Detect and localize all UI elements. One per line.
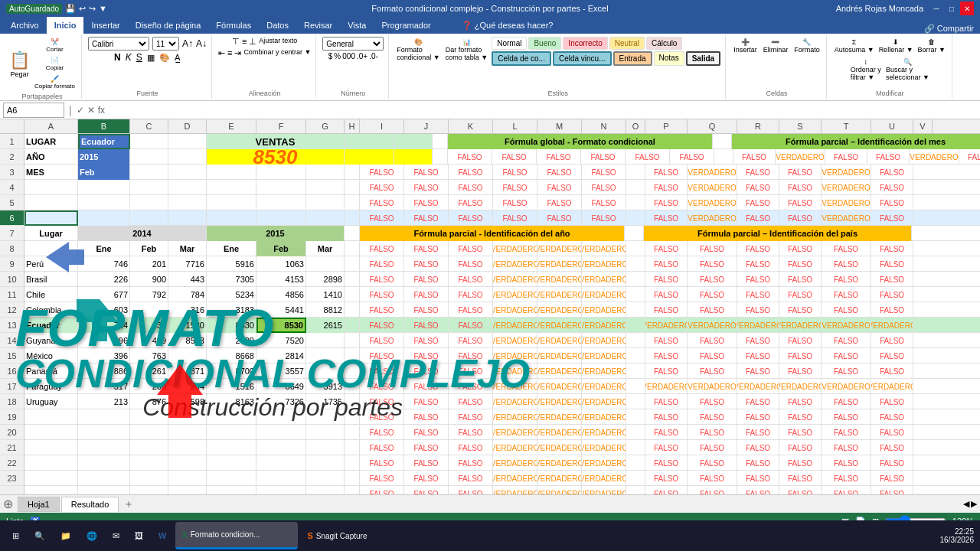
cell-s5[interactable]: FALSO bbox=[779, 195, 822, 210]
cell-q5[interactable]: VERDADERO bbox=[688, 195, 737, 210]
style-incorrecto[interactable]: Incorrecto bbox=[563, 37, 607, 50]
cell-r10[interactable]: FALSO bbox=[737, 287, 779, 302]
format-copy-button[interactable]: 🖌️Copiar formato bbox=[33, 73, 77, 91]
cell-g6[interactable] bbox=[306, 210, 345, 226]
sort-button[interactable]: ↕Ordenar yfiltrar ▼ bbox=[849, 57, 883, 83]
cell-b17[interactable]: 213 bbox=[78, 394, 130, 409]
align-middle-button[interactable]: ≡ bbox=[242, 37, 247, 47]
cell-h1[interactable] bbox=[433, 134, 448, 149]
cell-g1[interactable] bbox=[394, 134, 433, 149]
col-header-a[interactable]: A bbox=[24, 119, 78, 133]
style-celda-co[interactable]: Celda de co... bbox=[492, 51, 551, 66]
cell-l5[interactable]: FALSO bbox=[493, 195, 537, 210]
cell-o15[interactable] bbox=[626, 364, 645, 379]
cell-d11[interactable]: 316 bbox=[168, 302, 207, 318]
cell-i14[interactable]: FALSO bbox=[360, 348, 404, 364]
col-header-p[interactable]: P bbox=[645, 119, 688, 133]
number-format-select[interactable]: General bbox=[322, 37, 384, 51]
cell-a18[interactable] bbox=[24, 409, 78, 425]
cell-i9[interactable]: FALSO bbox=[360, 272, 404, 287]
cell-d1[interactable] bbox=[168, 134, 207, 149]
cell-f10[interactable]: 4856 bbox=[256, 287, 306, 302]
cell-i11[interactable]: FALSO bbox=[360, 302, 404, 318]
cell-k8[interactable]: FALSO bbox=[449, 256, 493, 272]
cell-u9[interactable]: FALSO bbox=[871, 272, 913, 287]
cell-q6[interactable]: VERDADERO bbox=[688, 210, 737, 226]
align-center-button[interactable]: ≡ bbox=[227, 48, 232, 58]
cell-q11[interactable]: FALSO bbox=[688, 302, 737, 318]
cell-c8[interactable]: 201 bbox=[130, 256, 168, 272]
cell-i5[interactable]: FALSO bbox=[360, 195, 404, 210]
cell-e7b[interactable]: Ene bbox=[207, 241, 256, 256]
cell-j7b[interactable]: FALSO bbox=[404, 241, 449, 256]
cell-t15[interactable]: FALSO bbox=[822, 364, 871, 379]
cell-b18[interactable] bbox=[78, 409, 130, 425]
cell-q7b[interactable]: FALSO bbox=[688, 241, 737, 256]
cell-e16[interactable]: 1516 bbox=[207, 379, 256, 394]
cell-e10[interactable]: 5234 bbox=[207, 287, 256, 302]
cell-c12[interactable]: 635 bbox=[130, 318, 168, 333]
cell-p17[interactable]: FALSO bbox=[645, 394, 688, 409]
cell-e1-ventas[interactable]: VENTAS bbox=[207, 134, 345, 149]
cell-e4[interactable] bbox=[207, 180, 256, 195]
cell-i8[interactable]: FALSO bbox=[360, 256, 404, 272]
cell-e6[interactable] bbox=[207, 210, 256, 226]
cell-q4[interactable]: VERDADERO bbox=[688, 180, 737, 195]
cell-d6[interactable] bbox=[168, 210, 207, 226]
snagit-taskbar[interactable]: S Snagit Capture bbox=[301, 522, 393, 549]
style-celda-vinc[interactable]: Celda vincu... bbox=[553, 51, 612, 66]
row-num-16[interactable]: 16 bbox=[0, 364, 24, 379]
cell-l15[interactable]: VERDADERO bbox=[493, 364, 537, 379]
cell-n8[interactable]: VERDADERO bbox=[582, 256, 626, 272]
cell-h7b[interactable] bbox=[345, 241, 360, 256]
cell-d2[interactable] bbox=[168, 149, 207, 165]
row-num-7[interactable]: 7 bbox=[0, 226, 24, 241]
col-header-j[interactable]: J bbox=[404, 119, 449, 133]
tab-inicio[interactable]: Inicio bbox=[47, 17, 84, 34]
cell-e2-val[interactable]: 8530 bbox=[207, 149, 345, 165]
cell-c1[interactable] bbox=[130, 134, 168, 149]
cell-q15[interactable]: FALSO bbox=[688, 364, 737, 379]
cell-o11[interactable] bbox=[626, 302, 645, 318]
cell-g4[interactable] bbox=[306, 180, 345, 195]
cell-c15[interactable]: 261 bbox=[130, 364, 168, 379]
cell-d7b[interactable]: Mar bbox=[168, 241, 207, 256]
percent-button[interactable]: % bbox=[334, 52, 341, 60]
cell-r5[interactable]: FALSO bbox=[737, 195, 779, 210]
cell-u2[interactable]: FALSO bbox=[959, 149, 980, 165]
cell-f13[interactable]: 7520 bbox=[256, 333, 306, 348]
formato-condicional-button[interactable]: 🎨Formatocondicional ▼ bbox=[395, 37, 441, 66]
cell-m3[interactable]: FALSO bbox=[537, 165, 582, 180]
cell-o2[interactable] bbox=[714, 149, 733, 165]
cell-r3[interactable]: FALSO bbox=[737, 165, 779, 180]
cell-u7b[interactable]: FALSO bbox=[871, 241, 913, 256]
cell-b16[interactable]: 317 bbox=[78, 379, 130, 394]
row-num-8[interactable]: 8 bbox=[0, 241, 24, 256]
cell-q17[interactable]: FALSO bbox=[688, 394, 737, 409]
cell-a4[interactable] bbox=[24, 180, 78, 195]
cell-t12[interactable]: VERDADERO bbox=[822, 318, 871, 333]
cell-n7b[interactable]: VERDADERO bbox=[582, 241, 626, 256]
row-num-5[interactable]: 5 bbox=[0, 195, 24, 210]
row-num-22[interactable]: 22 bbox=[0, 455, 24, 471]
cell-t14[interactable]: FALSO bbox=[822, 348, 871, 364]
row-num-4[interactable]: 4 bbox=[0, 180, 24, 195]
cell-a15[interactable]: Panamá bbox=[24, 364, 78, 379]
cell-r2[interactable]: FALSO bbox=[825, 149, 867, 165]
cell-g9[interactable]: 2898 bbox=[306, 272, 345, 287]
cell-h6[interactable] bbox=[345, 210, 360, 226]
cell-f1[interactable] bbox=[345, 134, 394, 149]
cell-e3[interactable] bbox=[207, 165, 256, 180]
tab-programador[interactable]: Programador bbox=[374, 17, 439, 34]
row-num-17[interactable]: 17 bbox=[0, 379, 24, 394]
cell-s14[interactable]: FALSO bbox=[779, 348, 822, 364]
cell-o7b[interactable] bbox=[626, 241, 645, 256]
cell-g13[interactable] bbox=[306, 333, 345, 348]
scroll-left-button[interactable]: ◀ bbox=[963, 499, 969, 509]
cell-o8[interactable] bbox=[626, 256, 645, 272]
row-num-12[interactable]: 12 bbox=[0, 302, 24, 318]
row-num-1[interactable]: 1 bbox=[0, 134, 24, 149]
cell-i15[interactable]: FALSO bbox=[360, 364, 404, 379]
cell-s9[interactable]: FALSO bbox=[779, 272, 822, 287]
row-num-18[interactable]: 18 bbox=[0, 394, 24, 409]
